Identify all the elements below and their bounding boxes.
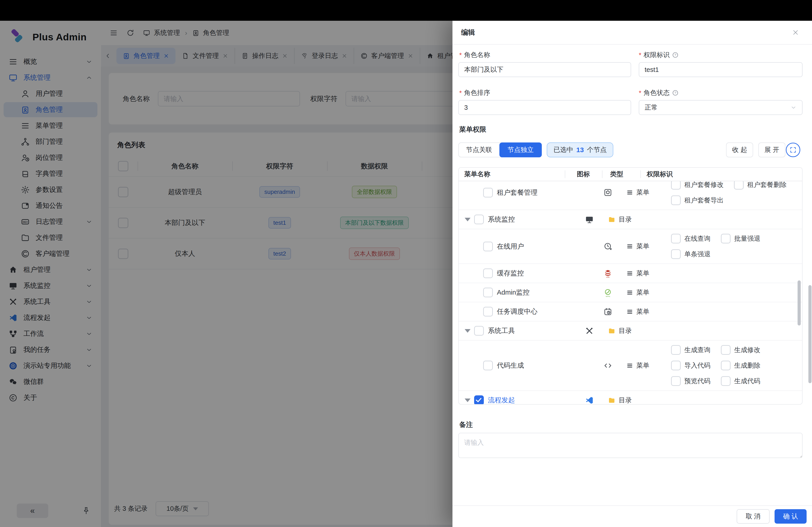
type-label: 目录 <box>619 396 632 405</box>
tree-node-checkbox[interactable] <box>474 215 484 224</box>
drawer-scrollbar[interactable] <box>808 285 812 383</box>
tree-node-perms: 生成查询生成修改导入代码生成删除预览代码生成代码 <box>665 345 802 386</box>
collapse-all-button[interactable]: 收 起 <box>726 142 753 157</box>
role-name-input[interactable] <box>458 62 631 77</box>
remark-textarea[interactable] <box>458 433 802 458</box>
expand-caret-icon[interactable] <box>465 329 470 333</box>
close-icon[interactable] <box>792 29 799 36</box>
perm-checkbox-item[interactable]: 导入代码 <box>671 361 710 370</box>
tree-node-checkbox[interactable] <box>483 361 493 370</box>
tree-node-type: 目录 <box>608 215 646 224</box>
tree-row-system-monitor[interactable]: 系统监控目录 <box>459 210 802 229</box>
type-label: 目录 <box>619 215 632 224</box>
tree-node-checkbox[interactable] <box>483 307 493 316</box>
tree-row-admin-monitor[interactable]: Admin监控spring菜单 <box>459 283 802 302</box>
tree-node-checkbox[interactable] <box>483 242 493 251</box>
perm-checkbox-item[interactable]: 批量强退 <box>721 234 760 243</box>
perm-label: 租户套餐导出 <box>684 196 724 205</box>
perm-checkbox-item[interactable]: 生成修改 <box>721 345 760 355</box>
tree-node: 在线用户 <box>459 242 589 251</box>
selected-count-badge: 已选中 13 个节点 <box>547 142 613 157</box>
perm-checkbox-item[interactable]: 单条强退 <box>671 249 710 259</box>
tree-node-label: 租户套餐管理 <box>497 188 537 197</box>
perm-checkbox[interactable] <box>721 361 730 370</box>
role-status-select[interactable]: 正常 <box>639 100 802 115</box>
role-sort-input[interactable] <box>458 100 631 115</box>
perm-label: 生成修改 <box>734 346 760 355</box>
drawer-title: 编辑 <box>461 28 475 37</box>
perm-checkbox-item[interactable]: 在线查询 <box>671 234 710 243</box>
tree-row-task-schedule[interactable]: 任务调度中心菜单 <box>459 302 802 321</box>
tree-node: 缓存监控 <box>459 269 589 278</box>
tree-node-checkbox[interactable] <box>483 188 493 197</box>
role-status-label: *角色状态 ? <box>639 88 679 97</box>
confirm-button[interactable]: 确 认 <box>774 509 807 524</box>
node-independent-button[interactable]: 节点独立 <box>499 142 542 157</box>
perm-checkbox-item[interactable]: 租户套餐导出 <box>671 195 724 205</box>
tree-node: 租户套餐管理 <box>459 188 589 197</box>
tree-node-type: 目录 <box>608 326 646 335</box>
perm-checkbox[interactable] <box>671 361 681 370</box>
tree-node: 系统工具 <box>459 326 571 336</box>
help-icon[interactable]: ? <box>672 90 679 96</box>
perm-checkbox-item[interactable]: 生成删除 <box>721 361 760 370</box>
tree-row-system-tools[interactable]: 系统工具目录 <box>459 321 802 341</box>
menu-lines-icon <box>626 270 633 277</box>
perm-label: 生成删除 <box>734 361 760 370</box>
tree-row-online-users[interactable]: 在线用户菜单在线查询批量强退单条强退 <box>459 229 802 264</box>
perm-checkbox[interactable] <box>734 180 744 190</box>
perm-checkbox[interactable] <box>671 249 681 259</box>
app-window: Plus Admin 概览 系统管理 用户管理 <box>0 21 812 527</box>
drawer-mask[interactable] <box>0 21 452 527</box>
perm-label: 租户套餐删除 <box>747 180 786 189</box>
perm-checkbox[interactable] <box>671 180 681 190</box>
perm-checkbox[interactable] <box>671 345 681 355</box>
svg-text:?: ? <box>675 54 676 57</box>
perm-checkbox[interactable] <box>721 234 730 243</box>
tree-node-type: 菜单 <box>626 288 665 297</box>
edit-drawer: 编辑 *角色名称 *权限标识 ? *角色排序 *角色状态 ? 正常 <box>452 21 812 527</box>
help-icon[interactable]: ? <box>672 51 679 58</box>
perm-checkbox-item[interactable]: 生成代码 <box>721 376 760 386</box>
tree-row-cache-monitor[interactable]: 缓存监控redis菜单 <box>459 264 802 283</box>
perm-checkbox[interactable] <box>671 195 681 205</box>
tree-node-icon-cell: redis <box>589 269 626 278</box>
type-label: 目录 <box>619 326 632 335</box>
perm-checkbox[interactable] <box>721 376 730 386</box>
tree-node-checkbox[interactable] <box>483 288 493 297</box>
expand-caret-icon[interactable] <box>465 398 470 402</box>
selected-count: 13 <box>576 146 584 154</box>
folder-icon <box>608 327 615 335</box>
perm-checkbox[interactable] <box>671 234 681 243</box>
tree-node-checkbox[interactable] <box>474 326 484 336</box>
menu-lines-icon <box>626 243 633 250</box>
perm-label: 批量强退 <box>734 234 760 243</box>
tree-node-checkbox[interactable] <box>483 269 493 278</box>
tree-node: 系统监控 <box>459 215 571 224</box>
tree-node-perms: 在线查询批量强退单条强退 <box>665 234 802 259</box>
perm-checkbox-item[interactable]: 租户套餐修改 <box>671 180 724 190</box>
fullscreen-button[interactable] <box>786 143 800 157</box>
cancel-button[interactable]: 取 消 <box>737 509 770 524</box>
tree-scrollbar[interactable] <box>798 281 801 326</box>
expand-caret-icon[interactable] <box>465 218 470 221</box>
tree-row-code-gen[interactable]: 代码生成菜单生成查询生成修改导入代码生成删除预览代码生成代码 <box>459 341 802 391</box>
node-linked-button[interactable]: 节点关联 <box>459 143 499 157</box>
type-label: 菜单 <box>636 269 649 278</box>
tree-node-checkbox[interactable] <box>474 395 484 405</box>
type-label: 菜单 <box>636 188 649 197</box>
type-label: 菜单 <box>636 242 649 251</box>
expand-all-button[interactable]: 展 开 <box>758 142 785 157</box>
perm-label: 在线查询 <box>684 234 710 243</box>
perm-checkbox-item[interactable]: 租户套餐删除 <box>734 180 786 190</box>
perm-checkbox-item[interactable]: 预览代码 <box>671 376 710 386</box>
perm-checkbox[interactable] <box>721 345 730 355</box>
tree-node-type: 菜单 <box>626 307 665 316</box>
spring-icon: spring <box>603 288 612 297</box>
svg-text:spring: spring <box>606 296 610 297</box>
perm-flag-input[interactable] <box>639 62 802 77</box>
perm-checkbox-item[interactable]: 生成查询 <box>671 345 710 355</box>
folder-icon <box>608 396 615 404</box>
tree-row-process-start[interactable]: 流程发起目录 <box>459 391 802 405</box>
perm-checkbox[interactable] <box>671 376 681 386</box>
